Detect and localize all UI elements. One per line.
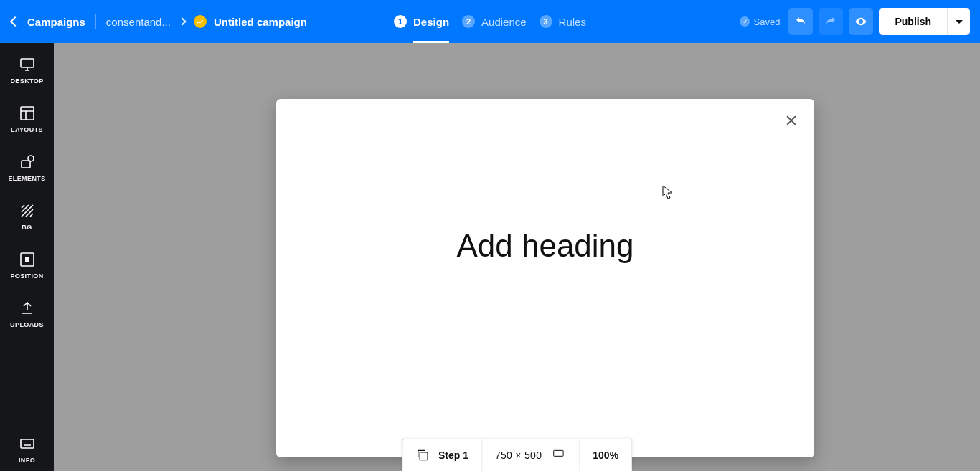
redo-button[interactable] — [819, 8, 843, 35]
sidebar-item-label: POSITION — [10, 272, 43, 280]
step-design[interactable]: 1 Design — [394, 0, 449, 43]
dimensions-selector[interactable]: 750 × 500 — [482, 439, 580, 471]
saved-indicator: Saved — [740, 16, 781, 27]
saved-check-icon — [740, 16, 750, 27]
svg-rect-2 — [22, 161, 30, 168]
steps-icon — [415, 448, 430, 462]
sidebar-item-uploads[interactable]: UPLOADS — [0, 287, 54, 336]
sidebar-item-label: ELEMENTS — [8, 175, 45, 182]
sidebar-item-label: INFO — [19, 457, 35, 464]
breadcrumbs: Campaigns consentand... Untitled campaig… — [0, 0, 307, 43]
step-label: Design — [413, 16, 449, 28]
svg-point-3 — [28, 156, 34, 161]
uploads-icon — [19, 300, 36, 317]
redo-icon — [824, 15, 837, 28]
canvas[interactable]: Add heading Powered by Adoric Step 1 750… — [54, 43, 980, 471]
svg-rect-0 — [21, 59, 34, 67]
elements-icon — [19, 153, 36, 171]
dimensions-value: 750 × 500 — [495, 449, 542, 461]
publish-dropdown-toggle[interactable] — [947, 8, 970, 35]
svg-rect-1 — [21, 107, 34, 120]
sidebar-item-info[interactable]: INFO — [0, 422, 54, 471]
position-icon — [19, 251, 36, 268]
step-label: Step 1 — [438, 449, 468, 461]
svg-rect-7 — [420, 452, 428, 460]
sidebar-item-layouts[interactable]: LAYOUTS — [0, 92, 54, 141]
chevron-right-icon — [178, 17, 186, 25]
preview-button[interactable] — [849, 8, 873, 35]
campaigns-link[interactable]: Campaigns — [27, 16, 85, 28]
desktop-icon — [19, 56, 36, 73]
back-icon[interactable] — [10, 16, 20, 27]
undo-icon — [794, 15, 807, 28]
header-actions: Saved Publish — [740, 8, 980, 35]
zoom-selector[interactable]: 100% — [580, 439, 631, 471]
keyboard-icon — [19, 435, 36, 452]
campaign-status-icon — [194, 15, 207, 28]
sidebar-item-elements[interactable]: ELEMENTS — [0, 141, 54, 189]
step-number: 1 — [394, 15, 407, 28]
campaign-title[interactable]: Untitled campaign — [214, 16, 307, 28]
close-button[interactable] — [784, 113, 798, 130]
sidebar-item-label: LAYOUTS — [11, 126, 43, 133]
header: Campaigns consentand... Untitled campaig… — [0, 0, 980, 43]
project-breadcrumb[interactable]: consentand... — [106, 16, 171, 28]
sidebar-item-label: BG — [22, 224, 32, 231]
step-number: 3 — [540, 15, 552, 28]
caret-down-icon — [956, 20, 963, 24]
step-audience[interactable]: 2 Audience — [462, 0, 527, 43]
undo-button[interactable] — [788, 8, 813, 35]
aspect-icon — [550, 449, 566, 461]
bottom-toolbar: Step 1 750 × 500 100% — [402, 439, 632, 471]
sidebar-item-label: UPLOADS — [10, 321, 44, 328]
sidebar-item-desktop[interactable]: DESKTOP — [0, 43, 54, 92]
popup[interactable]: Add heading — [276, 99, 814, 457]
sidebar: DESKTOP LAYOUTS ELEMENTS BG POSITION UPL… — [0, 43, 54, 471]
sidebar-item-position[interactable]: POSITION — [0, 238, 54, 287]
sidebar-item-label: DESKTOP — [10, 77, 43, 85]
heading-element[interactable]: Add heading — [456, 228, 633, 264]
zoom-value: 100% — [593, 449, 618, 461]
step-label: Audience — [481, 16, 527, 28]
close-icon — [784, 113, 798, 128]
publish-button[interactable]: Publish — [879, 8, 947, 35]
svg-rect-6 — [21, 439, 34, 448]
sidebar-spacer — [0, 336, 54, 422]
divider — [95, 14, 96, 29]
stepper: 1 Design 2 Audience 3 Rules — [394, 0, 586, 43]
step-rules[interactable]: 3 Rules — [540, 0, 586, 43]
svg-rect-5 — [25, 257, 29, 262]
layouts-icon — [19, 105, 36, 122]
publish-group: Publish — [879, 8, 970, 35]
bg-icon — [19, 202, 36, 219]
step-label: Rules — [559, 16, 586, 28]
saved-label: Saved — [754, 16, 781, 27]
sidebar-item-bg[interactable]: BG — [0, 189, 54, 238]
step-selector[interactable]: Step 1 — [402, 439, 482, 471]
step-number: 2 — [462, 15, 475, 28]
svg-rect-8 — [554, 450, 563, 456]
eye-icon — [854, 15, 867, 28]
